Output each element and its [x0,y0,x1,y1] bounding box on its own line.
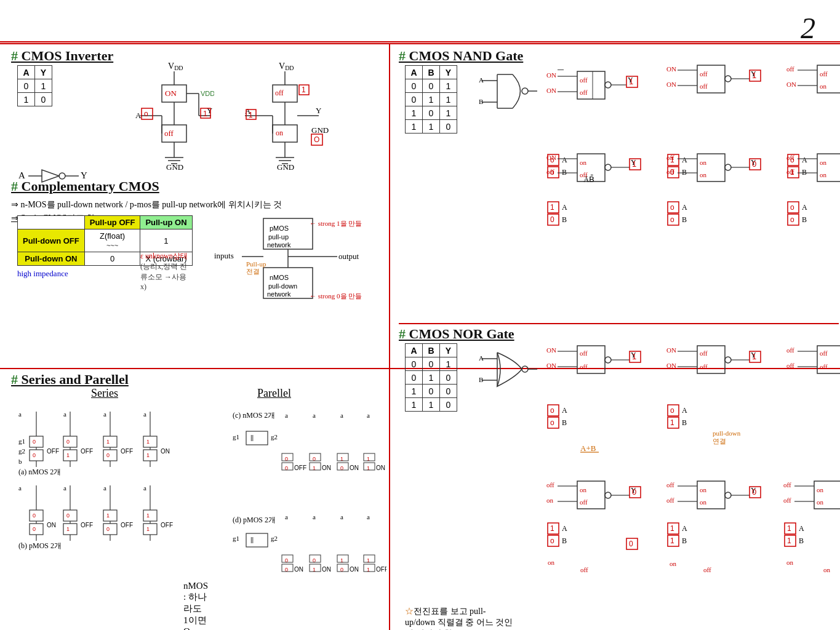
svg-text:A: A [682,203,687,212]
svg-text:ON: ON [666,81,676,88]
svg-text:Y: Y [316,106,322,115]
svg-rect-96 [103,436,117,447]
svg-text:off: off [580,498,588,506]
nand-gate-symbol: A B [479,65,540,123]
svg-text:0: 0 [66,512,70,519]
svg-text:A: A [479,76,484,84]
svg-text:ON: ON [666,362,676,369]
svg-text:off: off [666,496,674,504]
svg-text:a: a [340,513,343,520]
svg-rect-181 [246,533,268,547]
svg-text:(d) pMOS 2개: (d) pMOS 2개 [233,516,276,524]
svg-text:inputs: inputs [214,251,234,260]
svg-text:0: 0 [550,215,554,224]
svg-text:o: o [144,110,148,118]
svg-text:off: off [820,70,828,78]
svg-text:a: a [103,410,106,418]
nand-row2-svg: ON off Y 1 on off 1 A 0 B off off [546,146,840,245]
svg-text:(c) nMOS 2개: (c) nMOS 2개 [233,411,275,420]
cmos-nor-title: # CMOS NOR Gate [399,326,514,342]
svg-text:1: 1 [752,71,756,80]
svg-text:off: off [700,363,708,370]
inverter-circuit-1: VDD ON A o Y VDD 1 [134,60,214,173]
comp-network-diagram: inputs pMOS pull-up network nMOS pull-do… [214,212,368,313]
svg-text:o: o [790,203,794,212]
nor-symbol-svg: A B [479,343,540,399]
svg-rect-152 [246,431,268,445]
svg-text:o: o [550,406,554,415]
svg-text:off: off [786,65,794,73]
svg-text:off: off [546,481,554,488]
svg-text:0: 0 [106,452,110,458]
comp-line1: ⇒ n-MOS를 pull-down network / p-mos를 pull… [11,199,282,210]
svg-text:A: A [479,354,484,362]
inverter-truth-table: AY 01 10 [17,65,52,106]
svg-text:o: o [550,418,554,427]
svg-text:a: a [18,484,22,492]
cmos-nand-title: # CMOS NAND Gate [399,48,523,64]
nmos-pmos-notes: nMOS : 하나라도 1이면 On pMOS : 하나라도 0이면 On [183,581,208,630]
svg-text:on: on [548,559,555,566]
svg-text:OFF: OFF [376,566,386,573]
svg-text:OFF: OFF [121,522,133,528]
svg-text:1: 1 [787,524,791,533]
svg-text:B: B [562,215,567,224]
svg-text:a: a [63,484,66,492]
svg-text:1: 1 [146,439,150,445]
series-pmos-svg: (b) pMOS 2개 a 0 0 ON a 0 1 OFF a [17,479,214,553]
comp-table-container: Pull-up OFF Pull-up ON Pull-down OFF Z(f… [17,215,193,279]
svg-text:0: 0 [632,487,636,496]
inverter-svg-2: VDD off 1 A 1 on Y GND O [245,60,337,171]
svg-text:ON: ON [165,89,177,98]
svg-text:1: 1 [146,512,150,519]
svg-text:1: 1 [66,526,70,532]
svg-text:a: a [285,513,288,520]
parallel-circuits: (c) nMOS 2개 g1 || g2 a 0 0 OFF a 0 1 ON … [233,405,386,617]
svg-text:off: off [700,82,708,90]
svg-text:1: 1 [787,536,791,545]
svg-text:on: on [276,129,283,137]
svg-text:1: 1 [302,86,306,94]
svg-text:on: on [546,496,554,504]
svg-text:g1: g1 [18,437,25,445]
cmos-inverter-title: # CMOS Inverter [11,48,113,64]
svg-rect-116 [30,524,43,535]
svg-text:a: a [143,484,146,492]
svg-point-422 [605,492,611,498]
svg-text:1: 1 [203,110,207,118]
svg-text:ON: ON [666,346,676,354]
svg-text:OFF: OFF [161,522,173,528]
svg-text:a: a [313,513,316,520]
svg-text:B: B [799,536,804,545]
svg-text:off: off [666,481,674,488]
svg-text:off: off [786,346,794,354]
svg-text:0: 0 [33,439,36,445]
svg-text:GND: GND [277,162,294,171]
svg-text:ON: ON [294,566,303,573]
svg-text:A: A [562,406,567,415]
svg-text:o: o [670,215,674,224]
page-number: 2 [801,11,815,45]
svg-text:← strong 0을 만들: ← strong 0을 만들 [310,292,362,300]
svg-text:g1: g1 [233,433,239,441]
svg-text:g2: g2 [271,535,278,542]
svg-text:g2: g2 [271,433,278,441]
complementary-title: # Complementary CMOS [11,178,282,194]
svg-text:0: 0 [66,439,70,445]
svg-text:a: a [103,484,106,492]
svg-text:1: 1 [670,536,674,545]
svg-text:B: B [682,215,687,224]
svg-rect-115 [30,510,43,521]
svg-text:network: network [267,241,291,249]
svg-text:(b) pMOS 2개: (b) pMOS 2개 [18,541,62,550]
svg-text:nMOS: nMOS [270,274,289,281]
svg-text:1: 1 [670,524,674,533]
svg-text:0: 0 [752,159,756,169]
svg-text:off: off [580,566,588,573]
svg-text:on: on [820,159,827,166]
svg-rect-87 [63,436,77,447]
svg-line-23 [140,116,162,134]
series-label: Series [91,387,118,400]
svg-point-224 [605,82,611,88]
svg-text:1: 1 [632,352,636,361]
